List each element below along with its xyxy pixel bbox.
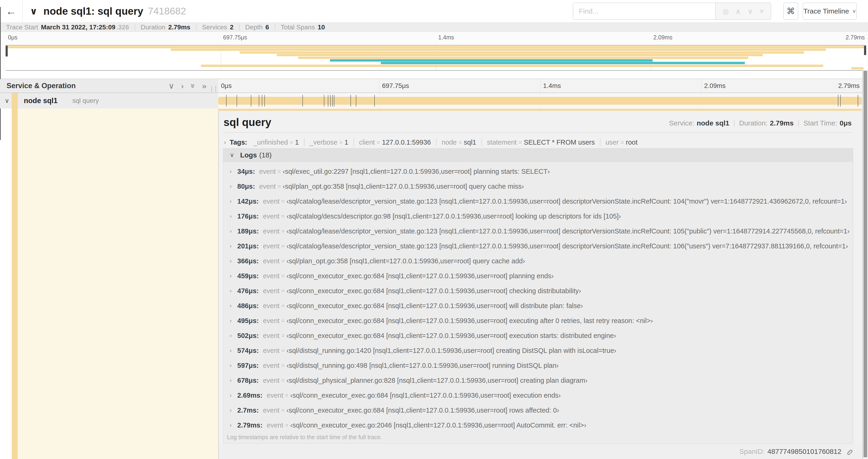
log-time: 2.79ms: xyxy=(237,421,262,429)
log-row[interactable]: ›2.79ms:event=‹sql/conn_executor_exec.go… xyxy=(223,418,853,433)
summary-item: Services2 xyxy=(202,24,234,31)
locate-icon[interactable]: ◎ xyxy=(723,7,729,15)
log-row[interactable]: ›502μs:event=‹sql/conn_executor_exec.go:… xyxy=(223,328,853,343)
log-field-value: ‹sql/catalog/lease/descriptor_version_st… xyxy=(286,198,847,205)
span-row-name-cell[interactable]: ∨ node sql1 sql query xyxy=(0,93,218,108)
log-time: 459μs: xyxy=(237,272,259,280)
log-time: 34μs: xyxy=(237,168,255,175)
log-marker-tick xyxy=(251,95,251,107)
detail-span-duration-bar xyxy=(218,109,862,111)
equals-sign: = xyxy=(285,422,288,428)
clear-search-icon[interactable]: × xyxy=(760,7,764,15)
summary-separator xyxy=(275,24,275,30)
trace-name: node sql1: sql query xyxy=(43,5,143,17)
scrollbar-thumb[interactable] xyxy=(864,71,867,457)
detail-title-divider xyxy=(223,132,852,133)
chevron-right-icon: › xyxy=(230,228,236,234)
log-field-value: ‹sql/conn_executor_exec.go:2046 [nsql1,c… xyxy=(290,421,586,429)
log-row[interactable]: ›486μs:event=‹sql/conn_executor_exec.go:… xyxy=(223,298,853,313)
log-marker-tick xyxy=(838,95,838,107)
chevron-down-icon: ∨ xyxy=(30,6,37,17)
logs-footnote: Log timestamps are relative to the start… xyxy=(227,434,382,440)
expand-all-icon[interactable]: » xyxy=(202,79,207,93)
viewport-left-handle[interactable] xyxy=(6,46,8,57)
minimap-span-bar xyxy=(298,57,748,59)
keyboard-shortcuts-button[interactable]: ⌘ xyxy=(783,3,798,20)
search-input[interactable] xyxy=(573,3,715,20)
log-field-key: event xyxy=(263,377,280,384)
log-row[interactable]: ›176μs:event=‹sql/catalog/descs/descript… xyxy=(223,209,853,224)
log-row[interactable]: ›2.69ms:event=‹sql/conn_executor_exec.go… xyxy=(223,388,853,403)
log-field-key: event xyxy=(263,272,280,280)
log-field-value: ‹sql/catalog/lease/descriptor_version_st… xyxy=(286,242,848,250)
tags-row[interactable]: › Tags: _unfinished=1_verbose=1client=12… xyxy=(224,137,638,147)
log-time: 176μs: xyxy=(237,212,259,220)
log-row[interactable]: ›366μs:event=‹sql/plan_opt.go:358 [nsql1… xyxy=(223,254,853,268)
log-row[interactable]: ›80μs:event=‹sql/plan_opt.go:358 [nsql1,… xyxy=(223,179,853,194)
detail-title: sql query xyxy=(223,116,271,129)
logs-count: (18) xyxy=(259,151,272,159)
summary-value: 2 xyxy=(230,24,234,31)
minimap-axis-label: 1.4ms xyxy=(438,34,454,41)
span-detail-panel: sql query Service:node sql1Duration:2.79… xyxy=(219,111,862,459)
column-resizer[interactable] xyxy=(211,86,216,92)
log-marker-tick xyxy=(858,95,858,107)
logs-accordion: ∨ Logs (18) ›34μs:event=‹sql/exec_util.g… xyxy=(223,148,853,444)
view-selector-button[interactable]: Trace Timeline ∨ xyxy=(803,3,857,20)
next-result-icon[interactable]: ∨ xyxy=(748,7,753,15)
log-marker-tick xyxy=(334,95,334,107)
log-row[interactable]: ›459μs:event=‹sql/conn_executor_exec.go:… xyxy=(223,268,853,283)
log-row[interactable]: ›34μs:event=‹sql/exec_util.go:2297 [nsql… xyxy=(223,164,853,179)
log-row[interactable]: ›142μs:event=‹sql/catalog/lease/descript… xyxy=(223,194,853,209)
vertical-scrollbar[interactable] xyxy=(862,70,868,459)
prev-result-icon[interactable]: ∧ xyxy=(736,7,741,15)
log-marker-tick xyxy=(226,95,226,107)
log-row[interactable]: ›678μs:event=‹sql/distsql_physical_plann… xyxy=(223,373,853,388)
log-field-value: ‹sql/plan_opt.go:358 [nsql1,client=127.0… xyxy=(283,183,524,190)
log-row[interactable]: ›189μs:event=‹sql/catalog/lease/descript… xyxy=(223,224,853,239)
detail-meta-value: 2.79ms xyxy=(770,119,794,127)
log-field-key: event xyxy=(267,421,283,429)
chevron-right-icon: › xyxy=(224,139,226,146)
back-button[interactable]: ← xyxy=(0,0,23,22)
equals-sign: = xyxy=(285,392,288,399)
span-row-timeline-cell[interactable] xyxy=(218,93,862,108)
span-toggle-chevron[interactable]: ∨ xyxy=(5,93,9,108)
equals-sign: = xyxy=(281,258,285,264)
equals-sign: = xyxy=(377,139,380,146)
chevron-down-icon: ∨ xyxy=(230,152,234,158)
log-field-value: ‹sql/conn_executor_exec.go:684 [nsql1,cl… xyxy=(286,317,653,325)
log-field-key: event xyxy=(259,168,276,175)
log-row[interactable]: ›597μs:event=‹sql/distsql_running.go:498… xyxy=(223,358,853,373)
log-marker-tick xyxy=(324,95,324,107)
link-icon[interactable] xyxy=(845,448,853,456)
log-time: 486μs: xyxy=(237,302,259,310)
summary-item: Total Spans10 xyxy=(281,24,325,31)
log-row[interactable]: ›2.7ms:event=‹sql/conn_executor_exec.go:… xyxy=(223,403,853,418)
detail-meta-item: Service:node sql1 xyxy=(669,119,729,127)
search-controls: ◎ ∧ ∨ × xyxy=(715,3,771,20)
trace-collapse-caret[interactable]: ∨ xyxy=(30,0,37,22)
log-field-key: event xyxy=(263,317,280,325)
equals-sign: = xyxy=(281,377,285,384)
detail-meta-item: Start Time:0μs xyxy=(803,119,852,127)
minimap-canvas[interactable] xyxy=(6,45,866,71)
expand-one-icon[interactable]: › xyxy=(181,79,184,93)
log-row[interactable]: ›574μs:event=‹sql/distsql_running.go:142… xyxy=(223,343,853,358)
trace-id: 7418682 xyxy=(148,6,186,17)
log-field-key: event xyxy=(263,302,280,310)
collapse-all-icon[interactable]: » xyxy=(187,84,200,88)
log-field-value: ‹sql/conn_executor_exec.go:684 [nsql1,cl… xyxy=(286,287,581,295)
log-row[interactable]: ›476μs:event=‹sql/conn_executor_exec.go:… xyxy=(223,283,853,298)
viewport-right-handle[interactable] xyxy=(864,46,866,55)
equals-sign: = xyxy=(281,302,285,309)
collapse-one-icon[interactable]: ∨ xyxy=(168,79,174,93)
log-time: 2.7ms: xyxy=(237,406,259,414)
tag-value: root xyxy=(626,138,638,146)
logs-header[interactable]: ∨ Logs (18) xyxy=(223,149,853,162)
log-row[interactable]: ›495μs:event=‹sql/conn_executor_exec.go:… xyxy=(223,313,853,328)
chevron-right-icon: › xyxy=(230,303,236,309)
detail-meta-value: node sql1 xyxy=(697,119,730,127)
log-marker-tick xyxy=(302,95,303,107)
log-row[interactable]: ›201μs:event=‹sql/catalog/lease/descript… xyxy=(223,239,853,254)
